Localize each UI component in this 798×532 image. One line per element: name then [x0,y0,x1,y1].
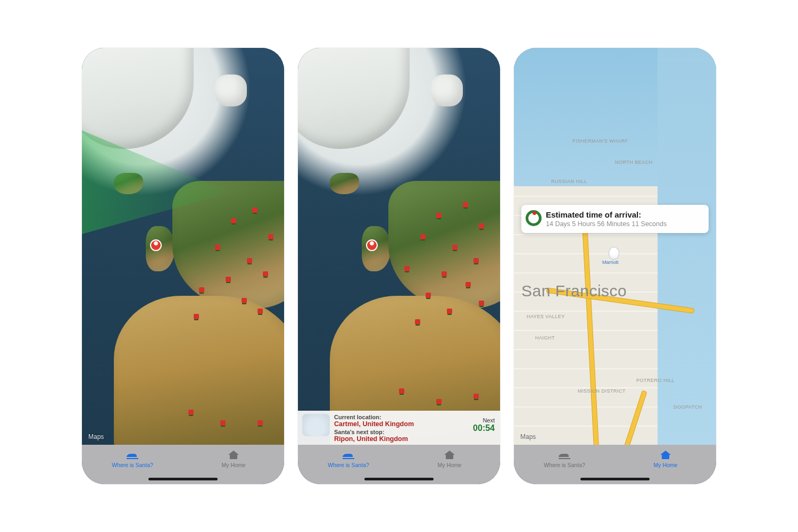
tab-label: Where is Santa? [328,462,369,468]
gift-pin[interactable] [220,420,226,426]
wreath-icon [526,210,542,226]
gift-pin[interactable] [466,282,471,287]
gift-pin[interactable] [242,298,247,303]
status-panel: Current location: Cartmel, United Kingdo… [298,411,500,445]
landmass [431,74,463,106]
next-time: 00:54 [473,423,495,433]
eta-card: Estimated time of arrival: 14 Days 5 Hou… [521,205,709,233]
satellite-map[interactable]: Current location: Cartmel, United Kingdo… [298,48,500,445]
gift-pin[interactable] [257,420,263,426]
tab-bar: Where is Santa? My Home [514,445,716,484]
gift-pin[interactable] [473,394,479,399]
neighborhood-label: POTRERO HILL [636,378,675,383]
santa-location-pin[interactable] [366,239,378,251]
gift-pin[interactable] [231,218,236,223]
sleigh-illustration [302,414,330,436]
tab-label: Where is Santa? [544,462,585,468]
gift-pin[interactable] [404,266,410,271]
status-text: Current location: Cartmel, United Kingdo… [334,414,473,444]
gift-pin[interactable] [479,223,484,229]
tab-label: My Home [654,462,678,468]
home-indicator[interactable] [364,478,434,480]
gift-pin[interactable] [215,245,220,250]
tab-label: Where is Santa? [112,462,153,468]
neighborhood-label: MISSION DISTRICT [578,388,626,394]
gift-pin[interactable] [247,258,252,263]
next-stop-label: Santa's next stop: [334,429,473,435]
satellite-map[interactable]: Maps [82,48,284,445]
neighborhood-label: HAIGHT [535,335,555,340]
gift-pin[interactable] [263,271,268,277]
gift-pin[interactable] [436,399,442,404]
home-icon [658,449,673,461]
gift-pin[interactable] [252,207,257,213]
home-location-pin[interactable] [609,247,619,260]
next-label: Next [473,417,495,423]
home-icon [442,449,457,461]
gift-pin[interactable] [426,293,431,298]
neighborhood-label: HAYES VALLEY [527,314,565,319]
screenshot-2: Current location: Cartmel, United Kingdo… [298,48,500,484]
landmass [215,74,247,106]
gift-pin[interactable] [188,410,194,415]
next-stop-value: Ripon, United Kingdom [334,435,473,443]
maps-attribution: Maps [88,433,104,440]
city-label: San Francisco [521,282,627,300]
home-pin-label: Marriott [602,260,619,265]
tab-label: My Home [222,462,246,468]
tab-bar: Where is Santa? My Home [82,445,284,484]
gift-pin[interactable] [436,213,442,218]
gift-pin[interactable] [442,271,447,277]
neighborhood-label: RUSSIAN HILL [551,179,587,184]
gift-pin[interactable] [420,234,426,239]
home-indicator[interactable] [580,478,650,480]
gift-pin[interactable] [257,309,263,314]
screenshot-3: FISHERMAN'S WHARF NORTH BEACH RUSSIAN HI… [514,48,716,484]
home-icon [226,449,241,461]
current-location-value: Cartmel, United Kingdom [334,420,473,428]
neighborhood-label: FISHERMAN'S WHARF [572,138,628,144]
sleigh-icon [341,449,356,461]
gift-pin[interactable] [194,314,199,319]
gift-pin[interactable] [268,234,273,239]
neighborhood-label: DOGPATCH [674,404,702,410]
current-location-label: Current location: [334,414,473,420]
tab-label: My Home [438,462,462,468]
santa-location-pin[interactable] [150,239,162,251]
tab-bar: Where is Santa? My Home [298,445,500,484]
screenshot-1: Maps Where is Santa? My Home [82,48,284,484]
eta-countdown: 14 Days 5 Hours 56 Minutes 11 Seconds [546,220,702,228]
landmass [330,173,359,194]
home-indicator[interactable] [148,478,218,480]
gift-pin[interactable] [452,245,458,250]
gift-pin[interactable] [226,277,231,282]
gift-pin[interactable] [399,388,404,394]
gift-pin[interactable] [479,301,484,306]
maps-attribution: Maps [520,433,536,440]
gift-pin[interactable] [463,202,468,207]
sleigh-icon [125,449,140,461]
street-map[interactable]: FISHERMAN'S WHARF NORTH BEACH RUSSIAN HI… [514,48,716,445]
sleigh-icon [557,449,572,461]
gift-pin[interactable] [415,319,420,325]
neighborhood-label: NORTH BEACH [615,160,653,165]
gift-pin[interactable] [473,258,479,263]
gift-pin[interactable] [447,309,452,314]
countdown: Next 00:54 [473,414,495,433]
eta-title: Estimated time of arrival: [546,210,702,219]
east-water [658,48,716,445]
gift-pin[interactable] [199,287,204,293]
